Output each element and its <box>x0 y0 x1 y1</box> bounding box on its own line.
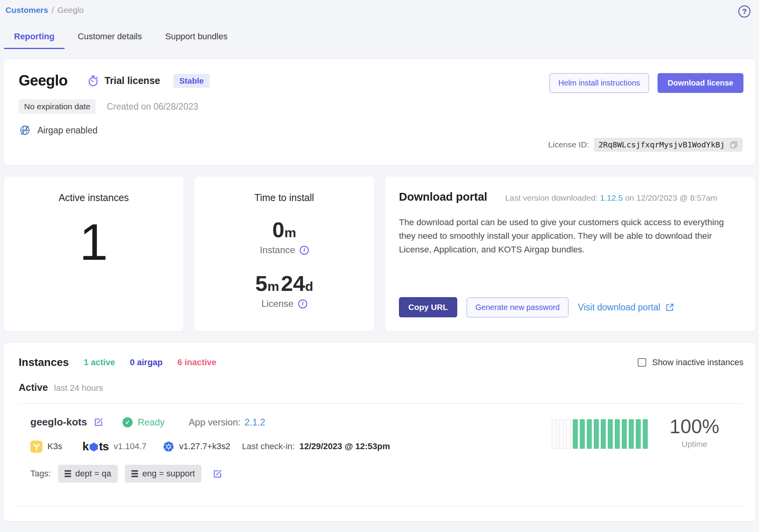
tag-icon <box>65 470 71 477</box>
active-count-link[interactable]: 1 active <box>84 357 115 368</box>
top-bar: Customers / Geeglo ? <box>4 4 755 18</box>
download-portal-actions: Copy URL Generate new password Visit dow… <box>399 297 675 317</box>
license-install-label: License <box>261 298 294 309</box>
breadcrumb-separator: / <box>52 5 54 15</box>
uptime-bars <box>552 419 648 449</box>
license-install-days: 24 <box>281 271 305 296</box>
show-inactive-label: Show inactive instances <box>652 357 743 368</box>
download-portal-header: Download portal Last version downloaded:… <box>399 191 741 203</box>
license-install-unit-1: m <box>268 279 279 294</box>
license-card-bottom-row: Airgap enabled <box>19 124 743 136</box>
channel-badge: Stable <box>173 74 210 88</box>
kubernetes-icon <box>163 441 174 452</box>
instances-header: Instances 1 active 0 airgap 6 inactive S… <box>19 356 743 369</box>
license-type-label: Trial license <box>105 75 160 86</box>
generate-new-password-button[interactable]: Generate new password <box>467 298 569 317</box>
uptime-bar <box>566 419 571 449</box>
tag-pill-eng: eng = support <box>125 465 201 483</box>
uptime-bar <box>643 419 648 449</box>
license-install-unit-2: d <box>305 279 313 294</box>
last-version-label: Last version downloaded: <box>505 193 598 202</box>
kots-group: k ts v1.104.7 <box>82 440 147 453</box>
show-inactive-checkbox[interactable] <box>638 358 646 367</box>
tab-reporting[interactable]: Reporting <box>4 32 65 49</box>
license-install-minutes: 5 <box>255 271 268 296</box>
inactive-count-link[interactable]: 6 inactive <box>177 357 216 368</box>
license-card: Geeglo Trial license Stable Helm install… <box>4 59 755 165</box>
tag-label: dept = qa <box>75 469 111 479</box>
active-header: Active <box>19 382 48 393</box>
tag-pill-dept: dept = qa <box>58 465 118 483</box>
download-portal-title: Download portal <box>399 191 487 203</box>
tab-customer-details[interactable]: Customer details <box>68 32 152 49</box>
kots-logo-k: k <box>82 440 89 453</box>
copy-url-button[interactable]: Copy URL <box>399 297 457 317</box>
app-version-link[interactable]: 2.1.2 <box>245 417 265 428</box>
uptime-bar <box>601 419 606 449</box>
uptime-bar <box>573 419 578 449</box>
trial-timer-icon <box>87 75 99 87</box>
kots-logo-o-icon <box>89 443 98 452</box>
tab-support-bundles[interactable]: Support bundles <box>155 32 238 49</box>
distro-label: K3s <box>47 441 62 452</box>
visit-download-portal-link[interactable]: Visit download portal <box>578 302 675 313</box>
download-portal-description: The download portal can be used to give … <box>399 216 741 257</box>
kubernetes-version: v1.27.7+k3s2 <box>179 441 230 452</box>
distro-group: K3s <box>30 441 62 453</box>
active-subheader: last 24 hours <box>54 383 103 393</box>
tag-icon <box>131 470 138 477</box>
instance-install-time: 0m <box>194 219 374 241</box>
instance-tags-row: Tags: dept = qa eng = support <box>30 465 743 483</box>
uptime-bar <box>636 419 641 449</box>
instance-row: geeglo-kots ✓ Ready App version: 2.1.2 <box>19 404 743 483</box>
uptime-bar <box>594 419 599 449</box>
instances-title: Instances <box>19 356 69 369</box>
uptime-block: 100% Uptime <box>552 417 719 449</box>
external-link-icon <box>665 303 675 312</box>
last-version-link[interactable]: 1.12.5 <box>600 193 623 202</box>
edit-tags-icon[interactable] <box>212 469 223 479</box>
airgap-enabled-label: Airgap enabled <box>37 125 98 136</box>
kots-version: v1.104.7 <box>114 441 146 452</box>
license-id-value: 2Rq8WLcsjfxqrMysjvB1WodYkBj <box>598 140 725 149</box>
ready-check-icon: ✓ <box>122 417 133 427</box>
last-checkin-label: Last check-in: <box>242 441 295 452</box>
stats-row: Active instances 1 Time to install 0m In… <box>4 177 755 331</box>
tag-label: eng = support <box>142 469 195 479</box>
uptime-label: Uptime <box>670 439 719 449</box>
active-instances-count: 1 <box>4 217 184 268</box>
active-instances-card: Active instances 1 <box>4 177 184 331</box>
uptime-bar <box>608 419 613 449</box>
helm-install-instructions-button[interactable]: Helm install instructions <box>549 73 649 93</box>
tags-label: Tags: <box>30 469 51 479</box>
download-license-button[interactable]: Download license <box>658 73 743 93</box>
uptime-summary: 100% Uptime <box>670 417 719 449</box>
license-info-icon[interactable]: i <box>298 299 307 308</box>
instance-install-label-row: Instance i <box>194 245 374 256</box>
tab-bar: Reporting Customer details Support bundl… <box>4 32 755 49</box>
breadcrumb-current: Geeglo <box>58 5 84 15</box>
uptime-bar <box>580 419 585 449</box>
breadcrumb-customers-link[interactable]: Customers <box>5 5 48 15</box>
kots-logo: k ts <box>82 440 108 453</box>
help-icon[interactable]: ? <box>738 5 750 18</box>
license-card-mid-row: No expiration date Created on 06/28/2023 <box>19 99 743 114</box>
instance-install-unit: m <box>284 225 296 240</box>
uptime-bar <box>559 419 564 449</box>
uptime-bar <box>552 419 557 449</box>
instance-info-icon[interactable]: i <box>300 246 309 255</box>
divider <box>19 506 743 506</box>
license-install-time: 5m 24d <box>194 273 374 294</box>
uptime-bar <box>622 419 627 449</box>
instance-name: geeglo-kots <box>30 416 87 428</box>
license-type: Trial license <box>87 75 160 87</box>
breadcrumb: Customers / Geeglo <box>5 5 84 15</box>
edit-instance-name-icon[interactable] <box>93 417 104 427</box>
airgap-count-link[interactable]: 0 airgap <box>130 357 163 368</box>
download-portal-card: Download portal Last version downloaded:… <box>385 177 755 331</box>
copy-icon[interactable] <box>729 140 738 149</box>
active-section-header: Active last 24 hours <box>19 382 743 393</box>
last-version-downloaded: Last version downloaded: 1.12.5 on 12/20… <box>505 193 717 203</box>
uptime-bar <box>615 419 620 449</box>
license-id-label: License ID: <box>548 140 589 149</box>
